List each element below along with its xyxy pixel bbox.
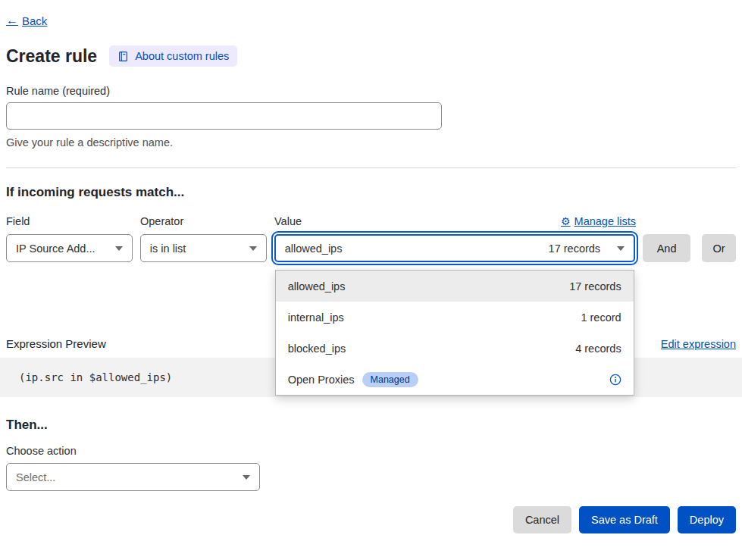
back-arrow-icon: ←: [6, 14, 18, 27]
then-section-heading: Then...: [6, 418, 736, 433]
about-custom-rules-link[interactable]: About custom rules: [109, 45, 237, 67]
cancel-button[interactable]: Cancel: [513, 506, 571, 533]
list-item-name: internal_ips: [288, 311, 344, 324]
value-select-wrapper: allowed_ips 17 records allowed_ips 17 re…: [274, 234, 635, 262]
page-title: Create rule: [6, 46, 97, 67]
rule-name-helper: Give your rule a descriptive name.: [6, 136, 736, 149]
choose-action-label: Choose action: [6, 445, 736, 457]
operator-label: Operator: [140, 215, 267, 227]
create-rule-page: ← Back Create rule About custom rules Ru…: [0, 0, 742, 533]
edit-expression-link[interactable]: Edit expression: [661, 338, 736, 350]
list-item-records: 17 records: [569, 280, 621, 293]
value-select[interactable]: allowed_ips 17 records: [274, 234, 635, 262]
match-section-heading: If incoming requests match...: [6, 185, 736, 200]
gear-icon: ⚙: [561, 215, 571, 227]
managed-badge: Managed: [362, 372, 418, 387]
list-dropdown-menu: allowed_ips 17 records internal_ips 1 re…: [275, 270, 634, 396]
operator-select-value: is in list: [150, 242, 186, 255]
chevron-down-icon: [249, 246, 257, 251]
footer-actions: Cancel Save as Draft Deploy: [6, 506, 736, 533]
back-link-label: Back: [22, 14, 47, 27]
field-label: Field: [6, 215, 133, 227]
list-item-records: 4 records: [575, 343, 621, 355]
section-divider: [6, 167, 736, 168]
value-label: Value: [274, 215, 302, 227]
list-item-name: blocked_ips: [288, 343, 346, 355]
action-select-placeholder: Select...: [16, 471, 55, 483]
manage-lists-label: Manage lists: [575, 215, 636, 227]
list-item-open-proxies[interactable]: Open Proxies Managed: [276, 364, 634, 395]
condition-controls-row: IP Source Add... is in list allowed_ips …: [6, 234, 736, 262]
value-select-records: 17 records: [549, 242, 601, 255]
list-item-name: Open Proxies: [288, 374, 355, 386]
about-custom-rules-label: About custom rules: [135, 50, 229, 62]
chevron-down-icon: [115, 246, 123, 251]
list-item-name: allowed_ips: [288, 280, 346, 293]
save-as-draft-button[interactable]: Save as Draft: [579, 506, 670, 533]
field-select[interactable]: IP Source Add...: [6, 234, 133, 262]
operator-select[interactable]: is in list: [140, 234, 267, 262]
or-button[interactable]: Or: [702, 234, 736, 262]
action-select[interactable]: Select...: [6, 463, 260, 491]
and-button[interactable]: And: [643, 234, 690, 262]
chevron-down-icon: [617, 246, 625, 251]
list-item-allowed-ips[interactable]: allowed_ips 17 records: [276, 271, 634, 302]
list-item-records: 1 record: [581, 311, 621, 324]
title-row: Create rule About custom rules: [6, 45, 736, 67]
chevron-down-icon: [243, 475, 250, 480]
list-item-internal-ips[interactable]: internal_ips 1 record: [276, 302, 634, 333]
field-select-value: IP Source Add...: [16, 242, 95, 255]
rule-name-input[interactable]: [6, 102, 442, 130]
info-icon[interactable]: [609, 374, 621, 386]
book-icon: [117, 51, 129, 62]
back-link[interactable]: ← Back: [6, 14, 47, 27]
list-item-blocked-ips[interactable]: blocked_ips 4 records: [276, 333, 634, 364]
condition-labels-row: Field Operator Value ⚙ Manage lists: [6, 215, 736, 227]
manage-lists-link[interactable]: ⚙ Manage lists: [561, 215, 636, 227]
rule-name-label: Rule name (required): [6, 85, 736, 97]
value-select-name: allowed_ips: [285, 242, 343, 255]
expression-preview-label: Expression Preview: [6, 337, 106, 350]
deploy-button[interactable]: Deploy: [678, 506, 736, 533]
